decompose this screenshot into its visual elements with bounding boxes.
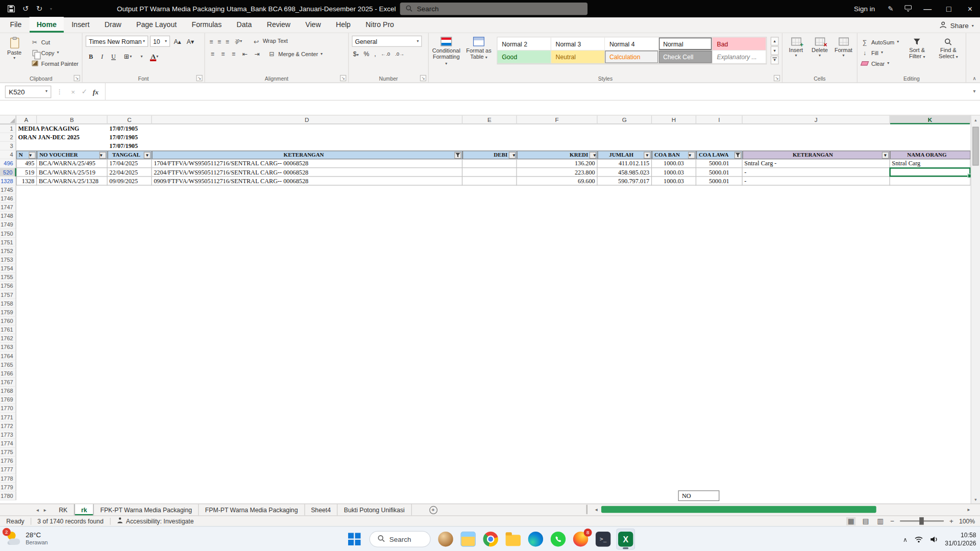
- taskbar-app-edge[interactable]: [526, 529, 545, 550]
- sheet-tab-fpk-pt-warna-media-packaging[interactable]: FPK-PT Warna Media Packaging: [94, 504, 199, 515]
- column-header-F[interactable]: F: [517, 116, 598, 124]
- filter-button-D[interactable]: [454, 152, 461, 159]
- cell-C520[interactable]: 22/04/2025: [108, 168, 152, 177]
- cell-B520[interactable]: BCA/WARNA/25/519: [37, 168, 107, 177]
- sheet-tab-rk[interactable]: RK: [53, 504, 75, 515]
- ribbon-tab-page-layout[interactable]: Page Layout: [129, 17, 184, 33]
- align-center-button[interactable]: ≡: [220, 51, 226, 57]
- close-button[interactable]: ×: [960, 0, 980, 17]
- clipboard-dialog-launcher[interactable]: ↘: [74, 75, 80, 81]
- sign-in-button[interactable]: Sign in: [854, 5, 875, 13]
- cell-D1328[interactable]: 0909/FTFVA/WS9505112716/SENTRAL CARG-- 0…: [152, 177, 463, 186]
- row-header-1746[interactable]: 1746: [0, 194, 16, 203]
- column-header-H[interactable]: H: [652, 116, 696, 124]
- customize-toolbar-icon[interactable]: ▾: [50, 7, 52, 11]
- cell-K4[interactable]: NAMA ORANG: [890, 151, 971, 159]
- font-name-select[interactable]: Times New Roman▾: [86, 36, 148, 47]
- volume-icon[interactable]: [930, 536, 938, 542]
- taskbar-app-terminal[interactable]: >_: [594, 529, 612, 550]
- cell-K496[interactable]: Sntral Carg: [890, 159, 971, 168]
- row-header-1755[interactable]: 1755: [0, 273, 16, 282]
- sort-filter-button[interactable]: Sort & Filter ▾: [904, 36, 930, 68]
- taskbar-app-file-explorer[interactable]: [459, 529, 478, 550]
- filter-button-H[interactable]: ▾: [688, 152, 695, 159]
- sheet-tab-bukti-potong-unifikasi[interactable]: Bukti Potong Unifikasi: [337, 504, 411, 515]
- cell-H496[interactable]: 1000.03: [652, 159, 696, 168]
- cancel-formula-icon[interactable]: ×: [67, 88, 79, 95]
- vertical-scrollbar[interactable]: ▴ ▾: [971, 116, 980, 504]
- row-header-1763[interactable]: 1763: [0, 343, 16, 352]
- cell-B4[interactable]: NO VOUCHER▾: [37, 151, 107, 159]
- style-calculation[interactable]: Calculation: [605, 51, 658, 64]
- alignment-dialog-launcher[interactable]: ↘: [340, 75, 346, 81]
- style-normal-2[interactable]: Normal 2: [498, 37, 551, 51]
- taskbar-app-folder[interactable]: [504, 529, 523, 550]
- style-check-cell[interactable]: Check Cell: [659, 51, 713, 64]
- tab-scrollbar-splitter[interactable]: [586, 505, 589, 514]
- row-header-1749[interactable]: 1749: [0, 220, 16, 229]
- gallery-down-icon[interactable]: ▾: [771, 46, 779, 55]
- row-header-1751[interactable]: 1751: [0, 238, 16, 247]
- sheet-nav-left-icon[interactable]: ◂: [36, 507, 39, 513]
- row-header-1768[interactable]: 1768: [0, 387, 16, 395]
- row-header-1775[interactable]: 1775: [0, 448, 16, 457]
- delete-cells-button[interactable]: × Delete ▾: [810, 36, 830, 58]
- column-header-A[interactable]: A: [16, 116, 37, 124]
- cell-B496[interactable]: BCA/WARNA/25/495: [37, 159, 107, 168]
- horizontal-scroll-thumb[interactable]: [601, 506, 876, 513]
- filter-button-B[interactable]: ▾: [100, 152, 106, 159]
- row-header-1767[interactable]: 1767: [0, 378, 16, 387]
- new-sheet-button[interactable]: +: [429, 506, 437, 514]
- cell-G496[interactable]: 411.012.115: [598, 159, 652, 168]
- zoom-in-button[interactable]: +: [949, 517, 953, 525]
- cell-J4[interactable]: KETERANGAN▾: [743, 151, 890, 159]
- styles-dialog-launcher[interactable]: ↘: [774, 75, 780, 81]
- cell-G1328[interactable]: 590.797.017: [598, 177, 652, 186]
- row-header-1757[interactable]: 1757: [0, 290, 16, 299]
- row-header-1766[interactable]: 1766: [0, 369, 16, 378]
- wifi-icon[interactable]: [914, 536, 923, 542]
- number-dialog-launcher[interactable]: ↘: [420, 75, 426, 81]
- row-header-1772[interactable]: 1772: [0, 422, 16, 431]
- undo-icon[interactable]: ↺: [22, 5, 29, 13]
- row-header-1328[interactable]: 1328: [0, 177, 16, 186]
- zoom-level[interactable]: 100%: [959, 517, 975, 524]
- formula-input[interactable]: [105, 83, 969, 100]
- align-top-button[interactable]: ≡: [208, 38, 214, 44]
- row-header-1771[interactable]: 1771: [0, 413, 16, 421]
- gallery-up-icon[interactable]: ▴: [771, 37, 779, 45]
- name-box[interactable]: K520 ▾: [5, 85, 52, 97]
- filter-button-F[interactable]: ▾: [590, 152, 596, 159]
- pen-icon[interactable]: ✎: [883, 5, 899, 13]
- number-format-select[interactable]: General▾: [352, 36, 422, 47]
- zoom-out-button[interactable]: −: [890, 517, 894, 525]
- cell-A4[interactable]: N▾: [16, 151, 37, 159]
- row-header-1747[interactable]: 1747: [0, 203, 16, 212]
- cell-C496[interactable]: 17/04/2025: [108, 159, 152, 168]
- cell-J496[interactable]: Sntral Carg -: [743, 159, 890, 168]
- vertical-scroll-thumb[interactable]: [972, 127, 978, 166]
- row-header-1754[interactable]: 1754: [0, 264, 16, 273]
- share-button[interactable]: Share ▾: [940, 21, 974, 30]
- ribbon-tab-formulas[interactable]: Formulas: [184, 17, 229, 33]
- fill-button[interactable]: ↓Fill▾: [861, 48, 899, 57]
- align-middle-button[interactable]: ≡: [216, 38, 222, 44]
- row-header-1748[interactable]: 1748: [0, 212, 16, 220]
- row-header-1759[interactable]: 1759: [0, 308, 16, 317]
- conditional-formatting-button[interactable]: Conditional Formatting ▾: [432, 36, 460, 66]
- taskbar-app-game-character[interactable]: [436, 529, 455, 550]
- style-normal[interactable]: Normal: [659, 37, 713, 51]
- align-left-button[interactable]: ≡: [209, 51, 215, 57]
- filter-button-J[interactable]: ▾: [882, 152, 889, 159]
- cell-K1328[interactable]: [890, 177, 971, 186]
- row-header-1760[interactable]: 1760: [0, 317, 16, 325]
- wrap-text-button[interactable]: ↩Wrap Text: [252, 37, 288, 46]
- style-normal-3[interactable]: Normal 3: [551, 37, 605, 51]
- start-button[interactable]: [345, 530, 364, 548]
- font-dialog-launcher[interactable]: ↘: [196, 75, 202, 81]
- titlebar-search[interactable]: Search: [400, 3, 587, 15]
- hscroll-left-icon[interactable]: ◂: [593, 505, 600, 514]
- hscroll-right-icon[interactable]: ▸: [965, 505, 973, 514]
- enter-formula-icon[interactable]: ✓: [79, 87, 90, 95]
- column-header-G[interactable]: G: [598, 116, 652, 124]
